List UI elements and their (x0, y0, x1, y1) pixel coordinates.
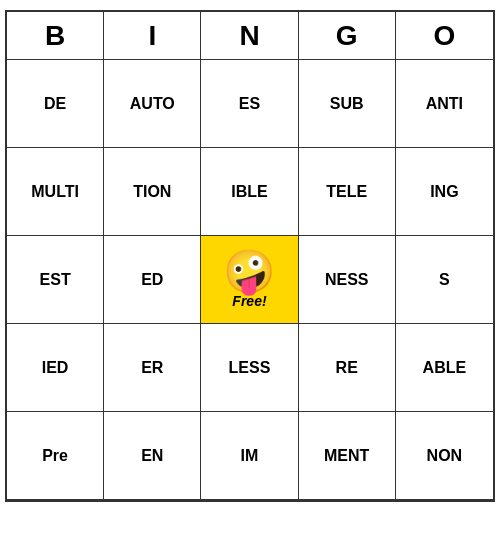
grid-cell: EST (7, 236, 104, 324)
grid-cell: NON (396, 412, 493, 500)
header-letter: I (104, 12, 201, 60)
grid-cell: TELE (299, 148, 396, 236)
header-letter: O (396, 12, 493, 60)
grid-cell: Pre (7, 412, 104, 500)
grid-cell: TION (104, 148, 201, 236)
grid-cell: S (396, 236, 493, 324)
grid-cell: MULTI (7, 148, 104, 236)
free-label: Free! (232, 293, 266, 309)
grid-cell: EN (104, 412, 201, 500)
grid-cell: ABLE (396, 324, 493, 412)
grid-cell: RE (299, 324, 396, 412)
free-emoji: 🤪 (223, 251, 275, 293)
grid-cell: AUTO (104, 60, 201, 148)
bingo-grid: DEAUTOESSUBANTIMULTITIONIBLETELEINGESTED… (5, 60, 495, 502)
grid-cell: ING (396, 148, 493, 236)
grid-cell: DE (7, 60, 104, 148)
grid-cell: IBLE (201, 148, 298, 236)
grid-cell: LESS (201, 324, 298, 412)
grid-cell: ES (201, 60, 298, 148)
bingo-card: BINGO DEAUTOESSUBANTIMULTITIONIBLETELEIN… (5, 10, 495, 502)
header-letter: N (201, 12, 298, 60)
header-letter: G (299, 12, 396, 60)
grid-cell: ANTI (396, 60, 493, 148)
grid-cell: MENT (299, 412, 396, 500)
grid-cell: IED (7, 324, 104, 412)
grid-cell: ER (104, 324, 201, 412)
free-cell: 🤪Free! (201, 236, 298, 324)
grid-cell: NESS (299, 236, 396, 324)
bingo-header: BINGO (5, 10, 495, 60)
grid-cell: ED (104, 236, 201, 324)
grid-cell: SUB (299, 60, 396, 148)
grid-cell: IM (201, 412, 298, 500)
header-letter: B (7, 12, 104, 60)
